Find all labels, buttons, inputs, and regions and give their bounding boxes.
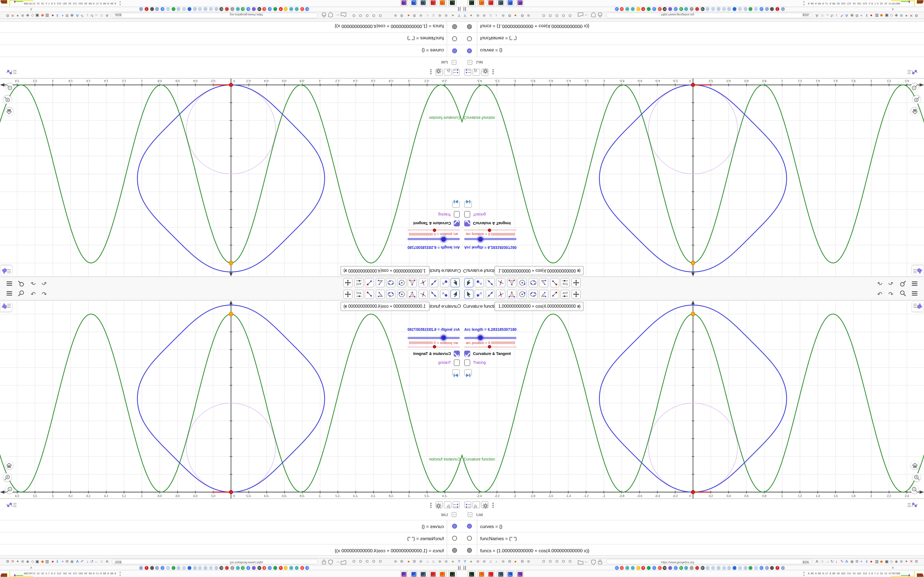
visibility-toggle[interactable] (452, 48, 457, 53)
tab-overflow-chevron-icon[interactable]: ∧ (30, 566, 32, 570)
arrow-left-icon[interactable]: ← (584, 559, 588, 564)
tab-favicon[interactable]: G (615, 7, 619, 11)
arc-length-slider[interactable] (408, 238, 460, 240)
toolbar-circle-icon[interactable] (366, 560, 368, 563)
address-bar[interactable]: https://www.geogebra.org 81% (606, 13, 813, 18)
graph-canvas[interactable]: Curvature function-2.4-2.2-2-1.8-1.6-1.4… (462, 300, 924, 498)
tool-perpendicular-button[interactable] (418, 290, 428, 299)
tool-conic-button[interactable] (386, 290, 396, 299)
zoom-in-button[interactable] (913, 473, 921, 481)
browser-action-icon[interactable]: ⊕ (21, 559, 24, 564)
tab-favicon[interactable]: G (300, 566, 304, 570)
browser-action-icon[interactable]: ⚙ (915, 559, 918, 564)
arc-length-slider[interactable] (464, 238, 516, 240)
taskbar-app-button[interactable] (515, 571, 523, 577)
tab-favicon[interactable]: Я (641, 7, 645, 11)
taskbar-app-button[interactable] (487, 571, 495, 577)
extension-icon[interactable]: ● (407, 559, 410, 564)
tab-favicon[interactable] (155, 7, 159, 11)
tab-favicon[interactable] (754, 566, 758, 570)
extension-icon[interactable]: ♫ (489, 13, 492, 18)
browser-action-icon[interactable]: ☆ (100, 13, 103, 18)
tab-favicon[interactable]: G (674, 7, 678, 11)
extension-icon[interactable]: ⚙ (400, 13, 404, 18)
tab-favicon[interactable] (252, 7, 256, 11)
browser-action-icon[interactable]: ◆ (41, 13, 44, 18)
tracing-checkbox[interactable] (464, 359, 470, 366)
tab-favicon[interactable] (668, 566, 672, 570)
taskbar-app-button[interactable] (410, 571, 418, 577)
undo-icon[interactable]: ↶ (877, 279, 882, 287)
arc-length-slider[interactable] (408, 337, 460, 339)
tab-favicon[interactable] (166, 7, 170, 11)
play-step-button[interactable] (464, 369, 472, 376)
tab-favicon[interactable]: G (161, 7, 165, 11)
arc-start-point[interactable] (229, 84, 233, 87)
taskbar-app-button[interactable] (401, 0, 409, 6)
arc-position-slider[interactable] (464, 230, 516, 230)
tab-favicon[interactable] (647, 7, 651, 11)
extension-icon[interactable]: ⚙ (400, 559, 404, 564)
tab-favicon[interactable]: G (657, 7, 661, 11)
algebra-row-funcnames[interactable]: funcNames = {" "} (462, 33, 924, 45)
arc-length-slider-handle[interactable] (478, 335, 483, 340)
toolbar-circle-icon[interactable] (372, 14, 375, 17)
zoom-out-button[interactable] (5, 84, 14, 92)
tab-favicon[interactable] (215, 566, 218, 570)
browser-action-icon[interactable]: ● (870, 559, 872, 564)
tab-favicon[interactable] (770, 7, 774, 11)
browser-action-icon[interactable]: A (845, 559, 848, 564)
tool-conic-button[interactable] (528, 290, 538, 299)
visibility-toggle[interactable] (452, 24, 457, 29)
tab-favicon[interactable]: W (700, 7, 704, 11)
visibility-toggle[interactable] (452, 524, 457, 529)
curvature-tangent-checkbox[interactable] (454, 220, 460, 227)
tab-favicon[interactable] (722, 7, 726, 11)
tab-favicon[interactable] (695, 7, 699, 11)
tab-favicon[interactable]: G (161, 566, 165, 570)
extension-icon[interactable]: ♪ (495, 13, 497, 18)
tool-point-on-object-button[interactable] (550, 290, 559, 299)
browser-action-icon[interactable]: ◇ (31, 559, 34, 564)
tab-favicon[interactable]: G (284, 7, 288, 11)
tab-overflow-chevron-icon[interactable]: ∧ (892, 7, 894, 11)
arrow-left-icon[interactable]: ← (584, 13, 588, 18)
browser-action-icon[interactable]: ◆ (895, 13, 898, 18)
tab-favicon[interactable] (770, 566, 774, 570)
tab-favicon[interactable] (295, 566, 299, 570)
extension-icon[interactable]: ⚙ (520, 13, 524, 18)
tab-favicon[interactable] (289, 566, 293, 570)
menu-icon[interactable] (6, 290, 13, 298)
browser-action-icon[interactable]: ✎ (80, 559, 84, 564)
kebab-button[interactable] (427, 69, 435, 76)
tab-favicon[interactable] (738, 566, 742, 570)
play-step-button[interactable] (452, 369, 460, 376)
tab-overflow-chevron-icon[interactable]: ∧ (892, 566, 894, 570)
tool-point-button[interactable]: A (440, 290, 449, 299)
browser-action-icon[interactable]: ◉ (850, 559, 854, 564)
tab-favicon[interactable]: W (257, 7, 261, 11)
extension-icon[interactable]: ● (470, 559, 472, 564)
arc-start-point[interactable] (691, 84, 695, 87)
tool-angle-button[interactable]: α (376, 278, 385, 287)
browser-action-icon[interactable]: ☆ (821, 13, 824, 18)
tool-point-on-object-button[interactable] (365, 290, 374, 299)
algebra-panel-toggle-button[interactable] (0, 301, 12, 311)
tab-favicon[interactable] (749, 7, 753, 11)
algebra-panel-icon[interactable] (906, 66, 919, 76)
tool-conic-button[interactable] (386, 278, 396, 287)
browser-action-icon[interactable]: → (95, 13, 99, 18)
visibility-toggle[interactable] (467, 24, 472, 29)
browser-action-icon[interactable]: ⚙ (6, 559, 9, 564)
zoom-out-button[interactable] (5, 485, 14, 493)
zoom-in-button[interactable] (913, 96, 921, 104)
tab-favicon[interactable] (171, 7, 176, 11)
taskbar-app-button[interactable] (401, 571, 409, 577)
kebab-button[interactable] (489, 69, 497, 76)
tab-favicon[interactable] (727, 566, 731, 570)
browser-action-icon[interactable]: ▥ (45, 13, 49, 18)
arc-length-slider-handle[interactable] (478, 237, 483, 242)
algebra-row-funcnames[interactable]: funcNames = {" "} (462, 532, 924, 544)
extension-icon[interactable]: ♪ (427, 559, 429, 564)
menu-icon[interactable] (911, 279, 918, 287)
